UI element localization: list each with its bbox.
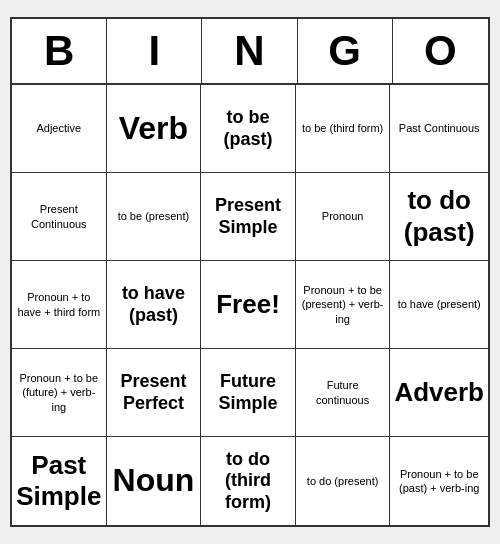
bingo-cell-16: Present Perfect xyxy=(107,349,202,437)
cell-text-21: Noun xyxy=(113,463,195,498)
bingo-header: BINGO xyxy=(12,19,488,85)
cell-text-12: Free! xyxy=(216,289,280,320)
bingo-cell-2: to be (past) xyxy=(201,85,296,173)
cell-text-24: Pronoun + to be (past) + verb-ing xyxy=(394,467,484,496)
cell-text-14: to have (present) xyxy=(398,297,481,311)
cell-text-5: Present Continuous xyxy=(16,202,102,231)
cell-text-11: to have (past) xyxy=(111,283,197,326)
bingo-letter-i: I xyxy=(107,19,202,83)
bingo-cell-24: Pronoun + to be (past) + verb-ing xyxy=(390,437,488,525)
cell-text-2: to be (past) xyxy=(205,107,291,150)
cell-text-13: Pronoun + to be (present) + verb-ing xyxy=(300,283,386,326)
bingo-cell-9: to do (past) xyxy=(390,173,488,261)
cell-text-3: to be (third form) xyxy=(302,121,383,135)
bingo-cell-10: Pronoun + to have + third form xyxy=(12,261,107,349)
bingo-cell-12: Free! xyxy=(201,261,296,349)
cell-text-9: to do (past) xyxy=(394,185,484,247)
cell-text-15: Pronoun + to be (future) + verb-ing xyxy=(16,371,102,414)
bingo-cell-3: to be (third form) xyxy=(296,85,391,173)
cell-text-22: to do (third form) xyxy=(205,449,291,514)
bingo-letter-b: B xyxy=(12,19,107,83)
bingo-cell-22: to do (third form) xyxy=(201,437,296,525)
bingo-cell-11: to have (past) xyxy=(107,261,202,349)
cell-text-18: Future continuous xyxy=(300,378,386,407)
bingo-cell-7: Present Simple xyxy=(201,173,296,261)
bingo-letter-n: N xyxy=(202,19,297,83)
cell-text-8: Pronoun xyxy=(322,209,364,223)
bingo-cell-0: Adjective xyxy=(12,85,107,173)
bingo-cell-17: Future Simple xyxy=(201,349,296,437)
bingo-cell-20: Past Simple xyxy=(12,437,107,525)
cell-text-23: to do (present) xyxy=(307,474,379,488)
bingo-cell-18: Future continuous xyxy=(296,349,391,437)
bingo-cell-21: Noun xyxy=(107,437,202,525)
bingo-cell-6: to be (present) xyxy=(107,173,202,261)
bingo-cell-23: to do (present) xyxy=(296,437,391,525)
cell-text-7: Present Simple xyxy=(205,195,291,238)
bingo-cell-15: Pronoun + to be (future) + verb-ing xyxy=(12,349,107,437)
bingo-letter-o: O xyxy=(393,19,488,83)
cell-text-16: Present Perfect xyxy=(111,371,197,414)
bingo-cell-14: to have (present) xyxy=(390,261,488,349)
cell-text-1: Verb xyxy=(119,111,188,146)
cell-text-10: Pronoun + to have + third form xyxy=(16,290,102,319)
cell-text-19: Adverb xyxy=(394,377,484,408)
bingo-cell-8: Pronoun xyxy=(296,173,391,261)
cell-text-0: Adjective xyxy=(36,121,81,135)
cell-text-6: to be (present) xyxy=(118,209,190,223)
cell-text-4: Past Continuous xyxy=(399,121,480,135)
bingo-card: BINGO AdjectiveVerbto be (past)to be (th… xyxy=(10,17,490,527)
bingo-cell-19: Adverb xyxy=(390,349,488,437)
bingo-cell-5: Present Continuous xyxy=(12,173,107,261)
bingo-cell-1: Verb xyxy=(107,85,202,173)
bingo-grid: AdjectiveVerbto be (past)to be (third fo… xyxy=(12,85,488,525)
bingo-cell-4: Past Continuous xyxy=(390,85,488,173)
cell-text-20: Past Simple xyxy=(16,450,102,512)
bingo-letter-g: G xyxy=(298,19,393,83)
cell-text-17: Future Simple xyxy=(205,371,291,414)
bingo-cell-13: Pronoun + to be (present) + verb-ing xyxy=(296,261,391,349)
